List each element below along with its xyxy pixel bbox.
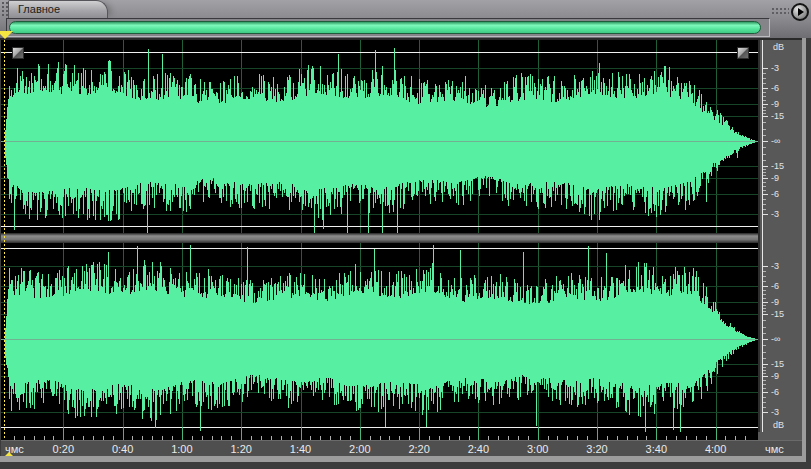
time-tick <box>538 427 539 440</box>
db-unit-label-top: dB <box>773 42 784 52</box>
db-minor-tick <box>763 204 766 205</box>
time-tick <box>241 427 242 440</box>
db-tick-label: -9 <box>771 297 779 307</box>
db-minor-tick <box>763 129 766 130</box>
time-tick-label: 2:40 <box>468 443 489 455</box>
db-minor-tick <box>763 358 766 359</box>
db-minor-tick <box>763 190 766 191</box>
audio-editor-window: Главное dB dB -3-3-6-6-9-9-15-15-∞-3-3-6… <box>0 0 811 469</box>
time-tick-label: 0:20 <box>53 443 74 455</box>
db-tick-label: -9 <box>771 99 779 109</box>
db-minor-tick <box>763 294 766 295</box>
db-minor-tick <box>763 199 766 200</box>
db-tick-label: -15 <box>771 359 784 369</box>
envelope-handle-right[interactable] <box>737 47 749 59</box>
panel-menu-button[interactable] <box>791 3 809 21</box>
db-minor-tick <box>763 154 766 155</box>
db-infinity-label: -∞ <box>771 334 780 344</box>
db-minor-tick <box>763 96 766 97</box>
db-minor-tick <box>763 135 766 136</box>
timeline-ruler[interactable]: чмс чмс 0:200:401:001:201:402:002:202:40… <box>1 440 802 456</box>
time-tick <box>182 427 183 440</box>
time-tick-label: 1:40 <box>290 443 311 455</box>
db-tick <box>763 141 768 142</box>
db-tick <box>763 339 768 340</box>
db-minor-tick <box>763 327 766 328</box>
db-minor-tick <box>763 402 766 403</box>
db-tick <box>763 412 768 413</box>
db-minor-tick <box>763 311 766 312</box>
db-minor-tick <box>763 122 766 123</box>
panel-header: Главное <box>0 0 811 38</box>
db-minor-tick <box>763 370 766 371</box>
panel-dots-decoration <box>771 7 789 16</box>
envelope-handle-left[interactable] <box>12 47 24 59</box>
db-tick <box>763 178 768 179</box>
db-minor-tick <box>763 333 766 334</box>
panel-grip-handle[interactable] <box>1 1 8 16</box>
time-tick-label: 1:20 <box>230 443 251 455</box>
db-minor-tick <box>763 83 766 84</box>
db-tick <box>763 392 768 393</box>
db-tick <box>763 266 768 267</box>
navigator-track[interactable] <box>6 18 770 37</box>
time-tick <box>419 427 420 440</box>
db-minor-tick <box>763 78 766 79</box>
db-minor-tick <box>763 92 766 93</box>
time-tick-label: 4:00 <box>705 443 726 455</box>
db-minor-tick <box>763 308 766 309</box>
db-tick <box>763 88 768 89</box>
db-minor-tick <box>763 384 766 385</box>
db-tick <box>763 194 768 195</box>
db-minor-tick <box>763 113 766 114</box>
panel-edge-bottom <box>0 456 806 462</box>
db-tick <box>763 68 768 69</box>
db-tick-label: -6 <box>771 281 779 291</box>
playhead-marker-top[interactable] <box>0 31 13 39</box>
db-tick <box>763 302 768 303</box>
db-tick-label: -9 <box>771 371 779 381</box>
timeline-tick-strip[interactable] <box>1 432 758 440</box>
db-tick-label: -3 <box>771 407 779 417</box>
time-format-label-right: чмс <box>765 443 784 455</box>
db-minor-tick <box>763 281 766 282</box>
db-minor-tick <box>763 147 766 148</box>
db-minor-tick <box>763 305 766 306</box>
db-minor-tick <box>763 397 766 398</box>
amplitude-ruler[interactable]: dB dB -3-3-6-6-9-9-15-15-∞-3-3-6-6-9-9-1… <box>758 40 802 432</box>
db-infinity-label: -∞ <box>771 136 780 146</box>
time-tick <box>360 427 361 440</box>
time-tick-label: 1:00 <box>171 443 192 455</box>
time-tick-label: 2:20 <box>408 443 429 455</box>
db-minor-tick <box>763 182 766 183</box>
db-minor-tick <box>763 367 766 368</box>
db-minor-tick <box>763 169 766 170</box>
tab-main[interactable]: Главное <box>8 0 108 18</box>
ruler-corner <box>758 432 802 440</box>
time-tick-label: 3:20 <box>586 443 607 455</box>
db-minor-tick <box>763 290 766 291</box>
db-tick-label: -3 <box>771 63 779 73</box>
db-minor-tick <box>763 186 766 187</box>
db-tick-label: -15 <box>771 309 784 319</box>
db-tick <box>763 116 768 117</box>
db-minor-tick <box>763 298 766 299</box>
db-minor-tick <box>763 320 766 321</box>
db-minor-tick <box>763 160 766 161</box>
time-tick <box>716 427 717 440</box>
db-minor-tick <box>763 73 766 74</box>
db-tick <box>763 214 768 215</box>
db-unit-label-bottom: dB <box>773 420 784 430</box>
db-tick-label: -6 <box>771 189 779 199</box>
time-tick <box>63 427 64 440</box>
db-tick-label: -3 <box>771 209 779 219</box>
db-minor-tick <box>763 388 766 389</box>
db-tick <box>763 314 768 315</box>
db-tick-label: -15 <box>771 161 784 171</box>
db-tick <box>763 286 768 287</box>
db-minor-tick <box>763 276 766 277</box>
time-tick <box>597 427 598 440</box>
db-minor-tick <box>763 407 766 408</box>
db-tick-label: -6 <box>771 387 779 397</box>
navigator-range-handle[interactable] <box>9 21 761 34</box>
